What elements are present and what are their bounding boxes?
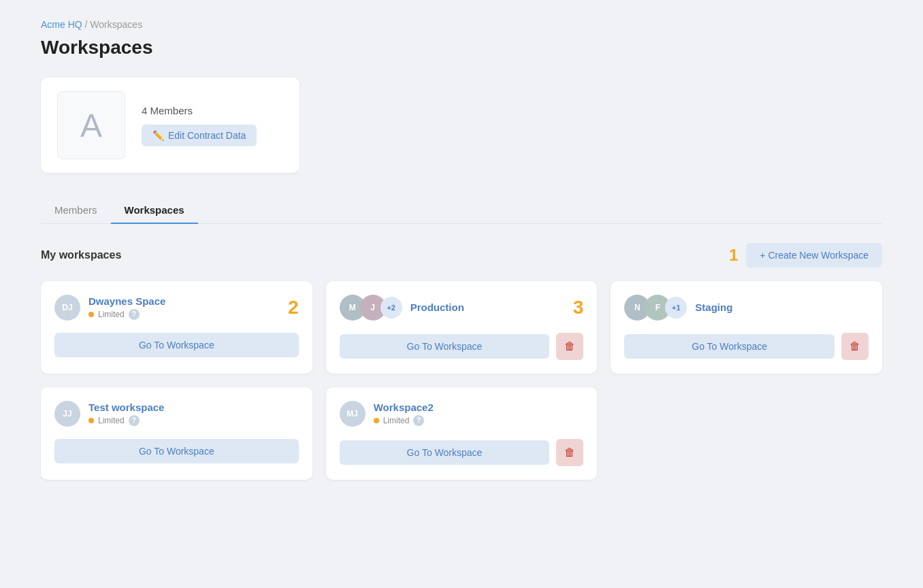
workspace-card-test: JJ Test workspace Limited ? Go To Worksp…	[41, 387, 312, 480]
breadcrumb-current: Workspaces	[90, 19, 142, 30]
tab-workspaces[interactable]: Workspaces	[111, 197, 198, 224]
go-to-workspace-button-staging[interactable]: Go To Workspace	[624, 334, 835, 359]
pencil-icon: ✏️	[152, 130, 164, 141]
workspace-number-2: 2	[288, 297, 299, 318]
avatar-group-production: M J +2	[340, 295, 402, 321]
help-icon-workspace2[interactable]: ?	[413, 415, 424, 426]
status-dot-limited	[88, 312, 94, 317]
workspace-name-test: Test workspace	[88, 402, 164, 413]
workspace-name-production: Production	[410, 301, 464, 313]
trash-icon: 🗑	[564, 446, 575, 459]
edit-contract-button[interactable]: ✏️ Edit Contract Data	[142, 125, 257, 146]
status-label-test: Limited	[98, 416, 125, 425]
page-title: Workspaces	[41, 37, 882, 59]
delete-workspace-button-workspace2[interactable]: 🗑	[556, 439, 583, 466]
breadcrumb: Acme HQ / Workspaces	[41, 19, 882, 30]
go-to-workspace-button-workspace2[interactable]: Go To Workspace	[340, 440, 550, 465]
status-dot-workspace2	[374, 418, 379, 423]
workspace-card-staging: N F +1 Staging Go To Workspace 🗑	[611, 281, 882, 374]
delete-workspace-button-production[interactable]: 🗑	[556, 333, 583, 360]
help-icon[interactable]: ?	[129, 309, 140, 320]
create-workspace-button[interactable]: + Create New Workspace	[746, 243, 882, 267]
workspace-name-dwaynes: Dwaynes Space	[88, 295, 165, 307]
go-to-workspace-button-test[interactable]: Go To Workspace	[54, 439, 299, 463]
trash-icon: 🗑	[849, 340, 860, 353]
workspace-name-staging: Staging	[695, 301, 732, 313]
section-title: My workspaces	[41, 249, 121, 261]
org-logo: A	[57, 91, 125, 159]
avatar-extra: +2	[380, 297, 402, 318]
edit-contract-label: Edit Contract Data	[168, 130, 246, 141]
workspace-number-3: 3	[573, 297, 584, 318]
help-icon-test[interactable]: ?	[129, 415, 140, 426]
delete-workspace-button-staging[interactable]: 🗑	[841, 333, 869, 360]
go-to-workspace-button-dwaynes[interactable]: Go To Workspace	[54, 333, 299, 357]
tab-members[interactable]: Members	[41, 197, 111, 224]
workspace-grid: DJ Dwaynes Space Limited ? 2 Go To Works…	[41, 281, 882, 480]
workspace-card-dwaynes-space: DJ Dwaynes Space Limited ? 2 Go To Works…	[41, 281, 312, 374]
workspace-name-workspace2: Workspace2	[374, 402, 434, 413]
status-dot-test	[88, 418, 94, 423]
members-count: 4 Members	[142, 105, 257, 116]
org-card: A 4 Members ✏️ Edit Contract Data	[41, 78, 299, 173]
trash-icon: 🗑	[564, 340, 575, 353]
avatar-jj: JJ	[54, 401, 80, 427]
status-label-workspace2: Limited	[383, 416, 410, 425]
tabs: Members Workspaces	[41, 197, 882, 224]
workspace-card-production: M J +2 Production 3 Go To Workspace 🗑	[326, 281, 598, 374]
breadcrumb-org-link[interactable]: Acme HQ	[41, 19, 82, 30]
avatar-group-staging: N F +1	[624, 295, 687, 321]
go-to-workspace-button-production[interactable]: Go To Workspace	[340, 334, 550, 359]
avatar-mj: MJ	[340, 401, 366, 427]
section-header: My workspaces 1 + Create New Workspace	[41, 243, 882, 267]
notification-badge: 1	[729, 246, 738, 265]
avatar-extra-staging: +1	[665, 297, 687, 318]
avatar-dj: DJ	[54, 295, 80, 321]
org-info: 4 Members ✏️ Edit Contract Data	[142, 105, 257, 146]
status-label-limited: Limited	[98, 310, 125, 319]
workspace-card-workspace2: MJ Workspace2 Limited ? Go To Workspace …	[326, 387, 598, 480]
